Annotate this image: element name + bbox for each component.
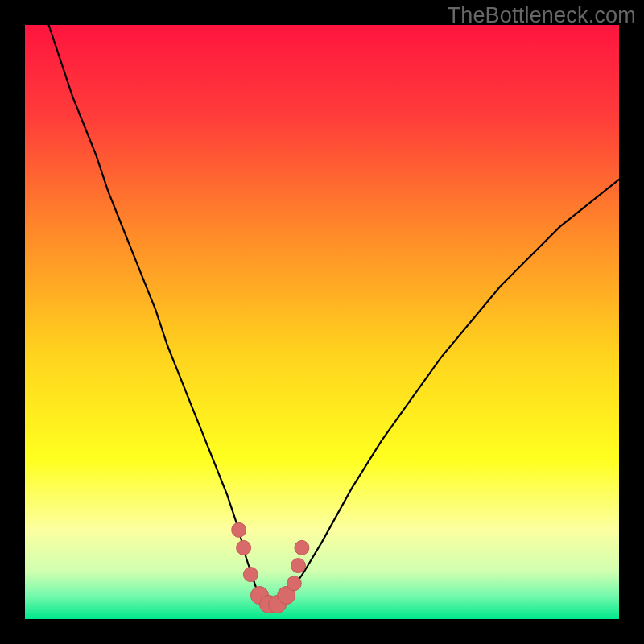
chart-frame: TheBottleneck.com [0,0,644,644]
marker-dot [232,522,246,537]
marker-dot [243,568,258,582]
marker-group [232,522,309,613]
marker-dot [291,559,306,573]
marker-dot [295,540,309,555]
chart-svg [25,25,619,619]
marker-dot [287,576,301,591]
bottleneck-curve [49,25,620,607]
marker-dot [237,540,251,555]
watermark-text: TheBottleneck.com [447,3,636,28]
